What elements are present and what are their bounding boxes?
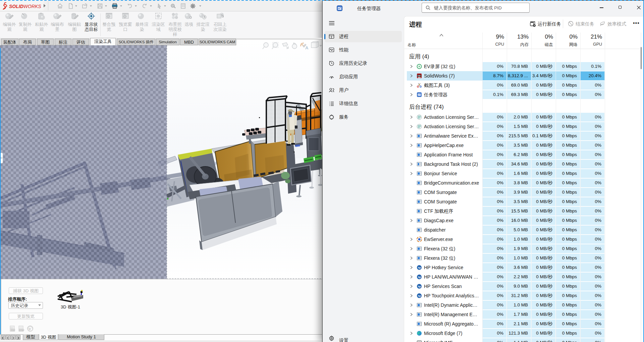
svg-text:hp: hp — [418, 266, 421, 269]
svg-text:hp: hp — [418, 285, 421, 288]
svg-text:hp: hp — [418, 295, 421, 297]
svg-text:A: A — [305, 45, 309, 50]
svg-text:hp: hp — [418, 276, 421, 279]
svg-text:STEP: STEP — [19, 329, 24, 331]
svg-text:e: e — [29, 326, 31, 331]
svg-text:SW: SW — [418, 75, 421, 77]
svg-text:PDF: PDF — [11, 329, 15, 331]
